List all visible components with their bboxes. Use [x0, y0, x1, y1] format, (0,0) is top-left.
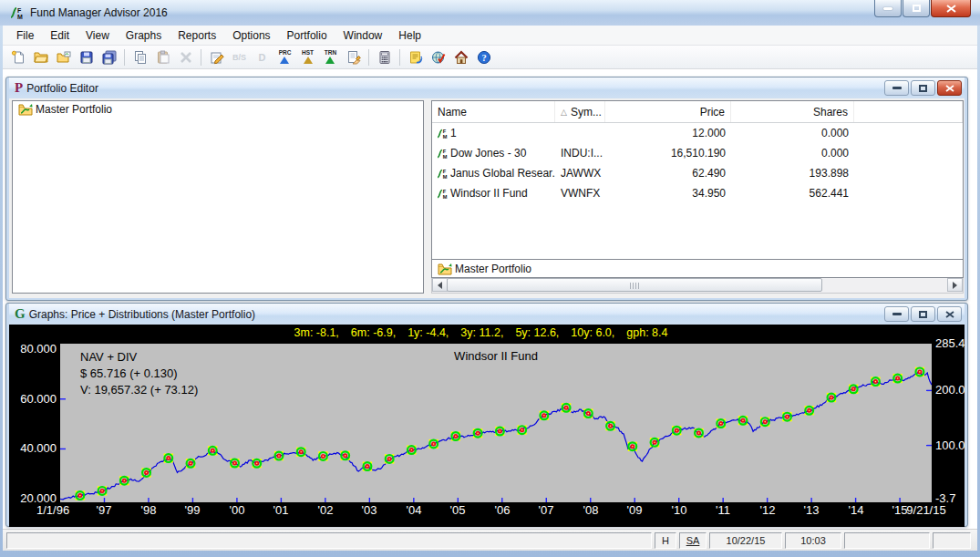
save-all-button[interactable] [98, 46, 120, 67]
y-axis-left-label: 20.000 [11, 492, 57, 505]
edit-transaction-button[interactable] [205, 46, 228, 67]
menu-graphs[interactable]: Graphs [118, 26, 170, 45]
table-row[interactable]: FMWindsor II FundVWNFX34.950562.441 [432, 183, 963, 203]
open-portfolio-button[interactable] [29, 46, 52, 67]
properties-button[interactable] [342, 46, 365, 67]
column-header-sym[interactable]: △Sym... [555, 101, 605, 122]
distribution-button: D [251, 46, 273, 67]
cell-shares: 0.000 [731, 143, 854, 163]
close-button[interactable] [931, 0, 971, 17]
arrow-right-icon [953, 282, 957, 289]
stat-item: 5y: 12.6, [515, 326, 559, 339]
cell-symbol: JAWWX [555, 163, 605, 183]
x-axis-year-label: '01 [273, 503, 289, 517]
holdings-table: Name△Sym...PriceSharesFM112.0000.000FMDo… [431, 100, 964, 260]
delete-x-icon [179, 50, 193, 65]
x-axis-year-label: '97 [97, 503, 112, 517]
menu-bar: FileEditViewGraphsReportsOptionsPortfoli… [3, 26, 977, 46]
save-icon [79, 50, 94, 65]
portfolio-editor-titlebar[interactable]: P Portfolio Editor [9, 77, 965, 98]
arrow-left-icon [438, 282, 442, 289]
status-h-indicator: H [655, 532, 676, 549]
svg-text:F: F [443, 149, 447, 154]
maximize-button[interactable] [903, 0, 930, 17]
arrow-up-blue-icon: PRC [279, 50, 292, 65]
help-icon: ? [477, 50, 491, 65]
x-axis-year-label: '06 [495, 503, 511, 517]
paste-icon [156, 50, 170, 65]
svg-text:F: F [443, 189, 447, 194]
x-axis-year-label: '02 [318, 503, 334, 517]
status-date-panel: 10/22/15 [709, 532, 782, 549]
table-row[interactable]: FMDow Jones - 30INDU:I...16,510.1900.000 [432, 143, 963, 163]
copy-button[interactable] [129, 46, 151, 67]
save-button[interactable] [75, 46, 98, 67]
svg-text:M: M [443, 134, 448, 139]
toolbar-separator [399, 49, 400, 66]
maximize-icon [919, 85, 927, 92]
minimize-button[interactable] [874, 0, 902, 17]
menu-edit[interactable]: Edit [42, 26, 77, 45]
home-button[interactable] [449, 46, 472, 67]
column-header-filler[interactable] [854, 101, 963, 122]
titlebar[interactable]: FM Fund Manager Advisor 2016 [0, 0, 980, 26]
tree-item-master-portfolio[interactable]: Master Portfolio [13, 101, 423, 118]
cell-name: FM1 [432, 123, 555, 143]
retrieve-prices-button[interactable]: PRC [273, 46, 296, 67]
pe-maximize-button[interactable] [911, 80, 935, 96]
graphs-close-button[interactable] [937, 306, 962, 322]
price-chart[interactable]: 3m: -8.1,6m: -6.9,1y: -4.4,3y: 11.2,5y: … [9, 325, 965, 527]
stat-item: 3m: -8.1, [294, 326, 339, 339]
status-sa-indicator: SA [679, 532, 707, 549]
internet-retrieve-button[interactable] [427, 46, 449, 67]
column-header-shares[interactable]: Shares [731, 101, 854, 122]
scrollbar-thumb[interactable] [447, 278, 822, 292]
cell-name: FMDow Jones - 30 [432, 143, 555, 163]
menu-help[interactable]: Help [390, 26, 429, 45]
open-investment-button[interactable] [52, 46, 75, 67]
toolbar: B/SDPRCHSTTRN? [3, 46, 977, 69]
sort-ascending-icon: △ [561, 108, 567, 117]
pe-close-button[interactable] [937, 80, 962, 96]
menu-reports[interactable]: Reports [170, 26, 224, 45]
graphs-minimize-button[interactable] [884, 306, 909, 322]
horizontal-scrollbar[interactable] [431, 278, 964, 294]
menu-options[interactable]: Options [224, 26, 278, 45]
scroll-left-button[interactable] [432, 278, 448, 292]
help-button[interactable]: ? [472, 46, 495, 67]
cell-price: 16,510.190 [605, 143, 731, 163]
calculator-button[interactable] [373, 46, 396, 67]
memo-button[interactable] [404, 46, 427, 67]
menu-window[interactable]: Window [335, 26, 391, 45]
portfolio-editor-body: Master Portfolio Name△Sym...PriceSharesF… [9, 98, 965, 298]
table-row[interactable]: FMJanus Global Resear...JAWWX62.490193.8… [432, 163, 963, 183]
menu-view[interactable]: View [77, 26, 118, 45]
new-portfolio-button[interactable] [6, 46, 29, 67]
x-axis-year-label: '10 [672, 503, 687, 517]
x-axis-year-label: '03 [362, 503, 377, 517]
graphs-maximize-button[interactable] [911, 306, 935, 322]
minimize-icon [892, 313, 902, 315]
cell-shares: 193.898 [731, 163, 854, 183]
pe-minimize-button[interactable] [884, 80, 909, 96]
graphs-titlebar[interactable]: G Graphs: Price + Distributions (Master … [9, 304, 965, 325]
x-axis-year-label: '13 [804, 503, 820, 517]
stat-item: gph: 8.4 [626, 326, 667, 339]
x-axis-year-label: '08 [583, 503, 599, 517]
portfolio-folder-icon [438, 263, 452, 275]
y-axis-right-label: 100.0 [935, 439, 965, 452]
table-row[interactable]: FM112.0000.000 [432, 123, 963, 143]
column-header-price[interactable]: Price [605, 101, 731, 122]
column-header-name[interactable]: Name [432, 101, 555, 122]
portfolio-footer-bar[interactable]: Master Portfolio [431, 260, 964, 278]
menu-file[interactable]: File [8, 26, 42, 45]
menu-portfolio[interactable]: Portfolio [279, 26, 335, 45]
svg-text:F: F [443, 169, 447, 174]
retrieve-history-button[interactable]: HST [296, 46, 319, 67]
app-icon: FM [8, 5, 25, 20]
retrieve-transactions-button[interactable]: TRN [319, 46, 342, 67]
toolbar-separator [124, 49, 125, 66]
scroll-right-button[interactable] [947, 278, 963, 292]
status-panel [844, 532, 930, 549]
x-axis-year-label: '04 [407, 503, 422, 517]
